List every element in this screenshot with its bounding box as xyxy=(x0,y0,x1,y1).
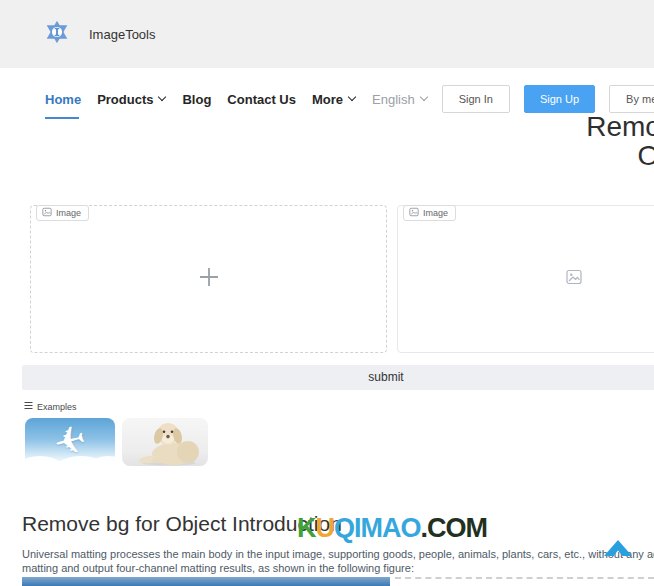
submit-button[interactable]: submit xyxy=(22,365,654,390)
language-selector[interactable]: English xyxy=(372,92,428,107)
intro-paragraph: Universal matting processes the main bod… xyxy=(22,548,654,575)
image-placeholder-icon xyxy=(566,270,582,289)
page-title: Remove bg for Object xyxy=(568,112,654,170)
arrow-up-icon xyxy=(603,539,633,563)
chevron-down-icon xyxy=(158,93,166,101)
nav-item-blog[interactable]: Blog xyxy=(182,92,211,107)
output-image-tab[interactable]: Image xyxy=(403,205,456,221)
section-heading: Remove bg for Object Introduction xyxy=(22,512,342,536)
list-icon xyxy=(24,401,33,412)
page: ImageTools Home Products Blog Contact Us… xyxy=(0,0,654,586)
nav-item-contact-us[interactable]: Contact Us xyxy=(227,92,296,107)
sign-up-button[interactable]: Sign Up xyxy=(524,85,595,113)
plus-icon[interactable] xyxy=(198,266,220,292)
image-icon xyxy=(409,207,419,219)
image-icon xyxy=(42,207,52,219)
coffee-button[interactable]: By me a coffee xyxy=(609,85,654,113)
upload-input-panel[interactable]: Image xyxy=(30,205,387,353)
examples-label: Examples xyxy=(24,401,77,412)
figure-dashed-edge xyxy=(395,577,654,579)
sign-in-button[interactable]: Sign In xyxy=(442,85,510,113)
input-image-tab[interactable]: Image xyxy=(36,205,89,221)
figure-top-bar xyxy=(22,577,390,586)
nav-item-more[interactable]: More xyxy=(312,92,356,107)
brand-name: ImageTools xyxy=(89,27,155,42)
watermark-logo: KUQIMAO.COM xyxy=(297,513,487,544)
site-header: ImageTools xyxy=(0,0,654,68)
intro-paragraph-line2: matting and output four-channel matting … xyxy=(22,562,654,576)
example-thumb-dog[interactable] xyxy=(122,418,208,466)
example-thumb-airplane[interactable]: ✈ xyxy=(25,418,115,466)
nav-item-products[interactable]: Products xyxy=(97,92,166,107)
main-nav: Home Products Blog Contact Us More Engli… xyxy=(0,68,654,130)
dog-illustration xyxy=(122,418,208,466)
nav-item-home[interactable]: Home xyxy=(45,92,81,107)
back-to-top-button[interactable] xyxy=(603,539,633,567)
intro-paragraph-line1: Universal matting processes the main bod… xyxy=(22,548,654,562)
chevron-down-icon xyxy=(420,93,428,101)
logo-icon xyxy=(45,18,69,50)
result-output-panel: Image xyxy=(397,205,654,353)
chevron-down-icon xyxy=(348,93,356,101)
